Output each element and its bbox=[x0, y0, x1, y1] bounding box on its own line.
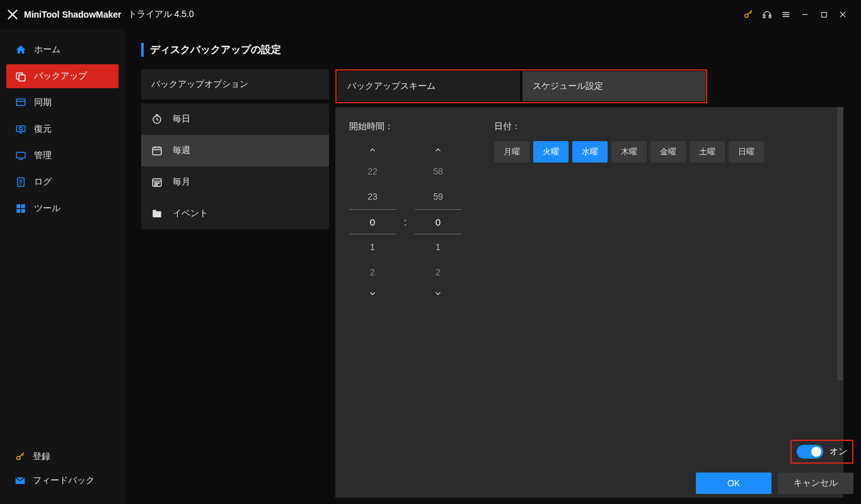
minute-current[interactable]: 0 bbox=[415, 209, 461, 234]
sidebar-item-backup[interactable]: バックアップ bbox=[6, 64, 118, 88]
title-bar: MiniTool ShadowMaker トライアル 4.5.0 bbox=[0, 0, 861, 29]
hour-prev1: 23 bbox=[349, 184, 396, 209]
sidebar-item-label: 復元 bbox=[34, 123, 52, 135]
sidebar-register-label: 登録 bbox=[33, 451, 50, 462]
start-time-label: 開始時間： bbox=[349, 121, 463, 132]
svg-rect-1 bbox=[763, 15, 765, 18]
maximize-icon[interactable] bbox=[814, 5, 833, 24]
period-event[interactable]: イベント bbox=[141, 198, 329, 229]
minute-next1: 1 bbox=[415, 234, 461, 260]
minute-picker[interactable]: 58 59 0 1 2 bbox=[415, 141, 461, 302]
period-label: 毎日 bbox=[173, 113, 190, 125]
ok-button[interactable]: OK bbox=[696, 472, 771, 494]
period-monthly[interactable]: 毎月 bbox=[141, 166, 329, 198]
main-area: ディスクバックアップの設定 バックアップオプション 毎日 bbox=[125, 29, 861, 504]
headset-icon[interactable] bbox=[758, 5, 777, 24]
svg-rect-23 bbox=[16, 204, 20, 208]
hour-picker[interactable]: 22 23 0 1 2 bbox=[349, 141, 396, 302]
day-thu[interactable]: 木曜 bbox=[611, 141, 647, 163]
svg-rect-7 bbox=[821, 12, 826, 17]
sidebar-item-label: ツール bbox=[34, 203, 61, 214]
key-icon bbox=[15, 452, 25, 462]
tab-backup-scheme[interactable]: バックアップスキーム bbox=[337, 71, 520, 101]
chevron-down-icon[interactable] bbox=[434, 285, 442, 302]
page-title: ディスクバックアップの設定 bbox=[150, 43, 281, 57]
schedule-toggle[interactable] bbox=[797, 445, 823, 459]
hour-prev2: 22 bbox=[349, 159, 396, 184]
day-fri[interactable]: 金曜 bbox=[650, 141, 686, 163]
day-sun[interactable]: 日曜 bbox=[729, 141, 764, 163]
manage-icon bbox=[15, 150, 26, 161]
day-selector: 月曜 火曜 水曜 木曜 金曜 土曜 日曜 bbox=[494, 141, 764, 163]
sidebar-feedback-label: フィードバック bbox=[33, 475, 95, 486]
chevron-down-icon[interactable] bbox=[368, 285, 377, 302]
sidebar-item-label: 管理 bbox=[34, 150, 52, 161]
hour-current[interactable]: 0 bbox=[349, 209, 396, 234]
tab-schedule-settings[interactable]: スケジュール設定 bbox=[523, 71, 705, 101]
minimize-icon[interactable] bbox=[795, 5, 814, 24]
tab-label: バックアップスキーム bbox=[347, 81, 436, 92]
vertical-scrollbar[interactable] bbox=[837, 107, 843, 381]
key-icon[interactable] bbox=[739, 5, 758, 24]
svg-point-40 bbox=[156, 185, 158, 186]
sidebar-item-sync[interactable]: 同期 bbox=[6, 91, 118, 115]
minute-prev2: 58 bbox=[415, 159, 461, 184]
svg-rect-11 bbox=[19, 75, 25, 81]
sidebar-item-restore[interactable]: 復元 bbox=[6, 117, 118, 141]
sidebar-item-log[interactable]: ログ bbox=[6, 170, 118, 194]
period-label: 毎週 bbox=[173, 145, 190, 156]
sidebar-feedback[interactable]: フィードバック bbox=[6, 469, 118, 493]
clock-icon bbox=[151, 113, 163, 125]
day-sat[interactable]: 土曜 bbox=[690, 141, 725, 163]
svg-point-37 bbox=[156, 183, 158, 184]
home-icon bbox=[15, 44, 26, 55]
sidebar-item-manage[interactable]: 管理 bbox=[6, 144, 118, 168]
tab-backup-options[interactable]: バックアップオプション bbox=[141, 69, 329, 100]
svg-point-39 bbox=[154, 185, 156, 186]
page-title-accent bbox=[141, 43, 144, 57]
svg-point-15 bbox=[20, 127, 23, 130]
toggle-highlight-frame: オン bbox=[790, 440, 853, 464]
svg-rect-26 bbox=[21, 209, 25, 213]
toggle-label: オン bbox=[829, 446, 847, 457]
cancel-button[interactable]: キャンセル bbox=[778, 472, 853, 494]
day-mon[interactable]: 月曜 bbox=[494, 141, 529, 163]
calendar-month-icon bbox=[151, 176, 163, 188]
sidebar-item-home[interactable]: ホーム bbox=[6, 38, 118, 62]
sidebar-item-label: ホーム bbox=[34, 44, 61, 55]
sidebar-item-label: 同期 bbox=[34, 97, 52, 108]
tab-label: スケジュール設定 bbox=[533, 81, 603, 92]
close-icon[interactable] bbox=[833, 5, 852, 24]
backup-icon bbox=[15, 71, 26, 82]
schedule-panel: 開始時間： 22 23 bbox=[335, 107, 843, 498]
svg-point-38 bbox=[158, 183, 159, 184]
period-daily[interactable]: 毎日 bbox=[141, 103, 329, 135]
tools-icon bbox=[15, 203, 26, 214]
sidebar-register[interactable]: 登録 bbox=[6, 445, 118, 469]
date-label: 日付： bbox=[494, 121, 764, 132]
sidebar-item-label: ログ bbox=[34, 176, 52, 188]
app-title: MiniTool ShadowMaker bbox=[24, 9, 122, 20]
hour-next2: 2 bbox=[349, 260, 396, 285]
app-subtitle: トライアル 4.5.0 bbox=[128, 9, 194, 20]
menu-icon[interactable] bbox=[777, 5, 795, 24]
chevron-up-icon[interactable] bbox=[434, 141, 442, 159]
sync-icon bbox=[15, 97, 26, 108]
sidebar-item-tools[interactable]: ツール bbox=[6, 197, 118, 220]
day-wed[interactable]: 水曜 bbox=[572, 141, 608, 163]
restore-icon bbox=[15, 123, 26, 135]
tabs-highlight-frame: バックアップスキーム スケジュール設定 bbox=[335, 69, 707, 103]
svg-rect-12 bbox=[16, 99, 25, 106]
time-separator: : bbox=[396, 215, 415, 228]
svg-rect-24 bbox=[21, 204, 25, 208]
sidebar: ホーム バックアップ 同期 復元 bbox=[0, 29, 125, 504]
period-weekly[interactable]: 毎週 bbox=[141, 135, 329, 166]
chevron-up-icon[interactable] bbox=[368, 141, 377, 159]
svg-rect-17 bbox=[16, 152, 25, 158]
svg-rect-25 bbox=[16, 209, 20, 213]
day-tue[interactable]: 火曜 bbox=[533, 141, 569, 163]
minute-prev1: 59 bbox=[415, 184, 461, 209]
toggle-knob bbox=[811, 447, 821, 457]
period-label: 毎月 bbox=[173, 176, 190, 188]
svg-point-36 bbox=[154, 183, 156, 184]
